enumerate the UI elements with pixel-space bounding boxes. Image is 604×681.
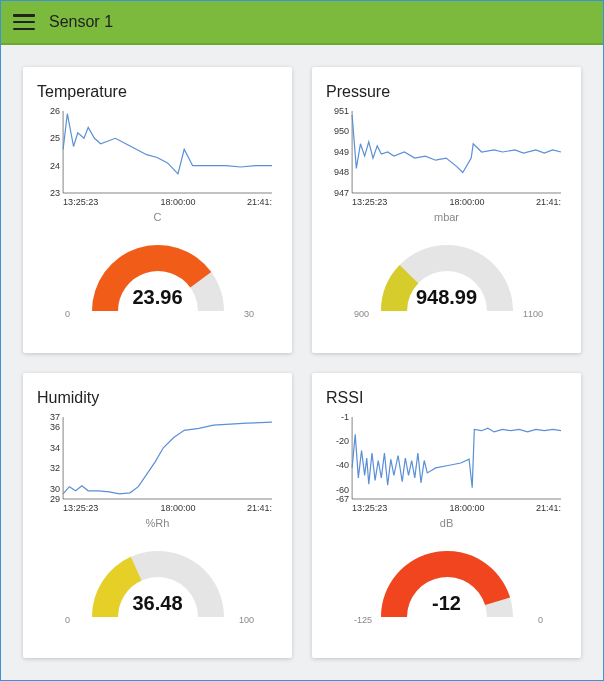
temperature-chart[interactable]: 2324252613:25:2318:00:0021:41: [37,107,278,207]
svg-text:21:41:: 21:41: [247,197,272,207]
svg-text:36: 36 [50,422,60,432]
humidity-gauge: 36.48 0 100 [37,535,278,625]
svg-text:37: 37 [50,413,60,422]
card-title: Pressure [326,83,567,101]
svg-text:13:25:23: 13:25:23 [63,503,98,513]
svg-text:-60: -60 [336,485,349,495]
svg-text:13:25:23: 13:25:23 [352,503,387,513]
gauge-value: 23.96 [37,286,278,309]
card-title: RSSI [326,389,567,407]
gauge-value: -12 [326,592,567,615]
svg-text:-1: -1 [341,413,349,422]
svg-text:18:00:00: 18:00:00 [449,503,484,513]
gauge-max: 100 [239,615,254,625]
svg-text:21:41:: 21:41: [247,503,272,513]
gauge-min: 0 [65,309,70,319]
card-temperature: Temperature 2324252613:25:2318:00:0021:4… [23,67,292,353]
svg-text:24: 24 [50,161,60,171]
unit-label: C [37,211,278,223]
svg-text:947: 947 [334,188,349,198]
gauge-value: 36.48 [37,592,278,615]
card-rssi: RSSI -67-60-40-20-113:25:2318:00:0021:41… [312,373,581,659]
svg-text:-20: -20 [336,435,349,445]
unit-label: %Rh [37,517,278,529]
humidity-chart[interactable]: 29303234363713:25:2318:00:0021:41: [37,413,278,513]
app-header: Sensor 1 [1,1,603,45]
svg-text:21:41:: 21:41: [536,503,561,513]
svg-text:26: 26 [50,107,60,116]
svg-text:-67: -67 [336,494,349,504]
svg-text:21:41:: 21:41: [536,197,561,207]
svg-text:950: 950 [334,127,349,137]
svg-text:18:00:00: 18:00:00 [449,197,484,207]
svg-text:32: 32 [50,463,60,473]
temperature-gauge: 23.96 0 30 [37,229,278,319]
svg-text:29: 29 [50,494,60,504]
rssi-gauge: -12 -125 0 [326,535,567,625]
rssi-chart[interactable]: -67-60-40-20-113:25:2318:00:0021:41: [326,413,567,513]
unit-label: mbar [326,211,567,223]
gauge-min: 900 [354,309,369,319]
unit-label: dB [326,517,567,529]
svg-text:13:25:23: 13:25:23 [63,197,98,207]
gauge-min: 0 [65,615,70,625]
page-title: Sensor 1 [49,13,113,31]
svg-text:34: 34 [50,442,60,452]
svg-text:30: 30 [50,483,60,493]
svg-text:13:25:23: 13:25:23 [352,197,387,207]
menu-icon[interactable] [13,14,35,30]
card-title: Temperature [37,83,278,101]
svg-text:18:00:00: 18:00:00 [160,503,195,513]
dashboard-grid: Temperature 2324252613:25:2318:00:0021:4… [1,45,603,680]
svg-text:-40: -40 [336,460,349,470]
gauge-max: 30 [244,309,254,319]
gauge-min: -125 [354,615,372,625]
card-pressure: Pressure 94794894995095113:25:2318:00:00… [312,67,581,353]
pressure-chart[interactable]: 94794894995095113:25:2318:00:0021:41: [326,107,567,207]
svg-text:951: 951 [334,107,349,116]
svg-text:949: 949 [334,147,349,157]
svg-text:948: 948 [334,168,349,178]
gauge-max: 0 [538,615,543,625]
svg-text:23: 23 [50,188,60,198]
pressure-gauge: 948.99 900 1100 [326,229,567,319]
svg-text:25: 25 [50,133,60,143]
card-humidity: Humidity 29303234363713:25:2318:00:0021:… [23,373,292,659]
gauge-max: 1100 [523,309,543,319]
gauge-value: 948.99 [326,286,567,309]
svg-text:18:00:00: 18:00:00 [160,197,195,207]
card-title: Humidity [37,389,278,407]
